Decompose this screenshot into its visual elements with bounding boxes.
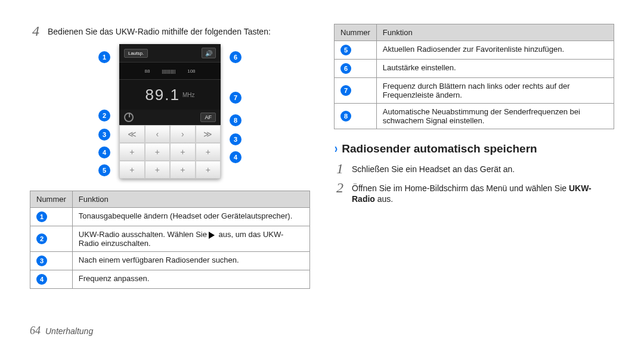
col-header-number: Nummer [335, 24, 377, 41]
callout-1: 1 [98, 51, 110, 63]
step-back-icon: ‹ [145, 125, 171, 143]
step-text: Öffnen Sie im Home-Bildschirm das Menü u… [352, 180, 614, 204]
footer-section-label: Unterhaltung [45, 326, 93, 336]
table-row: 4 Frequenz anpassen. [30, 270, 310, 289]
step-4: 4 Bedienen Sie das UKW-Radio mithilfe de… [30, 24, 310, 38]
dial-scale: 88 ||||||||||| 108 [119, 62, 221, 80]
callout-7: 7 [230, 92, 242, 104]
callout-4: 4 [98, 147, 110, 158]
preset-add-icon: + [170, 143, 196, 161]
seek-back-icon: ≪ [119, 125, 145, 143]
table-row: 8 Automatische Neuabstimmung der Senderf… [335, 104, 614, 129]
preset-add-icon: + [119, 161, 145, 179]
table-row: 2 UKW-Radio ausschalten. Wählen Sie aus,… [30, 226, 310, 252]
callout-5: 5 [98, 164, 110, 176]
step-1: 1 Schließen Sie ein Headset an das Gerät… [334, 161, 614, 176]
right-column: Nummer Funktion 5 Aktuellen Radiosender … [334, 24, 614, 289]
row-text: Aktuellen Radiosender zur Favoritenliste… [376, 41, 614, 60]
callout-3: 3 [98, 129, 110, 141]
col-header-number: Nummer [30, 191, 73, 208]
callout-2: 2 [98, 110, 110, 121]
callouts-left: 1 2 3 4 5 [95, 44, 113, 179]
page-footer: 64 Unterhaltung [30, 325, 93, 337]
step-number: 2 [334, 180, 346, 195]
callout-3r: 3 [230, 133, 242, 145]
step-text: Bedienen Sie das UKW-Radio mithilfe der … [48, 24, 310, 37]
row-text: Lautstärke einstellen. [376, 60, 614, 78]
af-button: AF [200, 113, 216, 122]
row-number-icon: 3 [36, 255, 47, 266]
radio-controls: ≪ ‹ › ≫ + + + + + + [119, 125, 221, 179]
left-column: 4 Bedienen Sie das UKW-Radio mithilfe de… [30, 24, 310, 289]
table-row: 5 Aktuellen Radiosender zur Favoritenlis… [335, 41, 614, 60]
step-2: 2 Öffnen Sie im Home-Bildschirm das Menü… [334, 180, 614, 204]
power-row: AF [119, 110, 221, 125]
row-number-icon: 8 [340, 111, 351, 121]
page-number: 64 [30, 325, 41, 337]
table-row: 1 Tonausgabequelle ändern (Headset oder … [30, 208, 310, 226]
preset-add-icon: + [145, 161, 171, 179]
row-number-icon: 7 [340, 85, 351, 96]
radio-diagram: 1 2 3 4 5 Lautsp. 🔊 88 [30, 44, 310, 179]
row-text: Frequenz anpassen. [72, 270, 309, 289]
row-text: Frequenz durch Blättern nach links oder … [376, 78, 614, 104]
step-number: 4 [30, 24, 42, 38]
preset-add-icon: + [196, 161, 221, 179]
table-row: 3 Nach einem verfügbaren Radiosender suc… [30, 252, 310, 270]
lautsp-button: Lautsp. [124, 49, 148, 58]
callout-6: 6 [230, 51, 242, 63]
row-text: Automatische Neuabstimmung der Senderfre… [376, 104, 614, 129]
step-text: Schließen Sie ein Headset an das Gerät a… [352, 161, 614, 174]
preset-add-icon: + [170, 161, 196, 179]
preset-add-icon: + [119, 143, 145, 161]
radio-unit: Lautsp. 🔊 88 ||||||||||| 108 89.1 MHz [119, 44, 221, 179]
row-number-icon: 2 [36, 233, 47, 244]
row-text: Nach einem verfügbaren Radiosender suche… [72, 252, 309, 270]
row-text: UKW-Radio ausschalten. Wählen Sie aus, u… [72, 226, 309, 252]
section-heading: › Radiosender automatisch speichern [334, 141, 614, 157]
function-table-2: Nummer Funktion 5 Aktuellen Radiosender … [334, 24, 614, 129]
callout-4r: 4 [230, 151, 242, 163]
speaker-icon: 🔊 [202, 48, 216, 58]
callouts-right: 6 7 8 3 4 [227, 44, 244, 179]
row-number-icon: 1 [36, 211, 47, 222]
power-icon [124, 113, 134, 122]
step-fwd-icon: › [170, 125, 196, 143]
col-header-function: Funktion [72, 191, 309, 208]
table-row: 7 Frequenz durch Blättern nach links ode… [335, 78, 614, 104]
callout-8: 8 [230, 114, 242, 126]
play-icon [209, 232, 215, 239]
row-text: Tonausgabequelle ändern (Headset oder Ge… [72, 208, 309, 226]
chevron-icon: › [335, 141, 338, 157]
table-row: 6 Lautstärke einstellen. [335, 60, 614, 78]
row-number-icon: 5 [340, 45, 351, 55]
step-number: 1 [334, 161, 346, 176]
preset-add-icon: + [196, 143, 221, 161]
function-table-1: Nummer Funktion 1 Tonausgabequelle änder… [30, 191, 310, 289]
col-header-function: Funktion [376, 24, 614, 41]
frequency-display: 89.1 MHz [119, 80, 221, 110]
seek-fwd-icon: ≫ [196, 125, 221, 143]
row-number-icon: 4 [36, 274, 47, 285]
row-number-icon: 6 [340, 63, 351, 74]
preset-add-icon: + [145, 143, 171, 161]
